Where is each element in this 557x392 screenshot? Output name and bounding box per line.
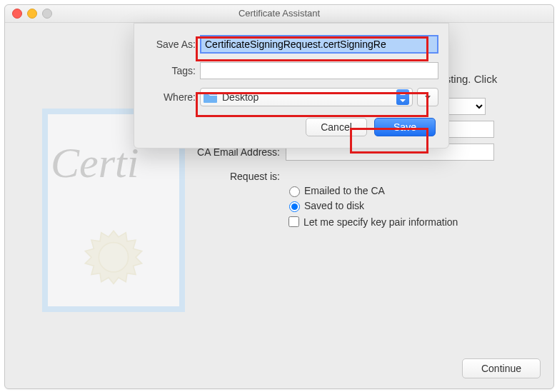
svg-point-1 bbox=[99, 243, 128, 272]
chevron-down-icon bbox=[425, 96, 431, 99]
minimize-window-button[interactable] bbox=[27, 9, 37, 19]
request-is-label: Request is: bbox=[180, 171, 280, 182]
save-as-field[interactable] bbox=[200, 35, 438, 54]
where-popup[interactable]: Desktop bbox=[200, 88, 413, 106]
folder-icon bbox=[204, 92, 218, 103]
title-bar: Certificate Assistant bbox=[5, 5, 553, 23]
radio-emailed-to-ca[interactable] bbox=[289, 186, 300, 197]
radio-saved-to-disk-label: Saved to disk bbox=[304, 200, 364, 211]
continue-button[interactable]: Continue bbox=[462, 358, 541, 378]
assistant-window: Certificate Assistant uesting. Click Cer… bbox=[4, 4, 554, 389]
where-stepper-icon bbox=[396, 89, 409, 105]
checkbox-specify-keypair[interactable] bbox=[288, 216, 299, 227]
zoom-window-button bbox=[42, 9, 52, 19]
tags-field[interactable] bbox=[200, 62, 438, 79]
save-button[interactable]: Save bbox=[374, 118, 436, 136]
window-title: Certificate Assistant bbox=[239, 8, 320, 19]
save-sheet: Save As: Tags: Where: Desktop bbox=[134, 23, 449, 149]
where-value: Desktop bbox=[222, 91, 259, 103]
expand-save-dialog-button[interactable] bbox=[417, 88, 438, 106]
radio-emailed-to-ca-label: Emailed to the CA bbox=[304, 185, 385, 196]
tags-label: Tags: bbox=[139, 65, 196, 76]
checkbox-specify-keypair-label: Let me specify key pair information bbox=[303, 216, 458, 228]
radio-saved-to-disk[interactable] bbox=[289, 201, 300, 212]
save-as-label: Save As: bbox=[139, 39, 196, 50]
seal-icon bbox=[83, 228, 144, 289]
where-label: Where: bbox=[139, 91, 196, 103]
close-window-button[interactable] bbox=[12, 9, 22, 19]
cancel-button[interactable]: Cancel bbox=[306, 118, 367, 136]
traffic-lights bbox=[12, 9, 52, 19]
